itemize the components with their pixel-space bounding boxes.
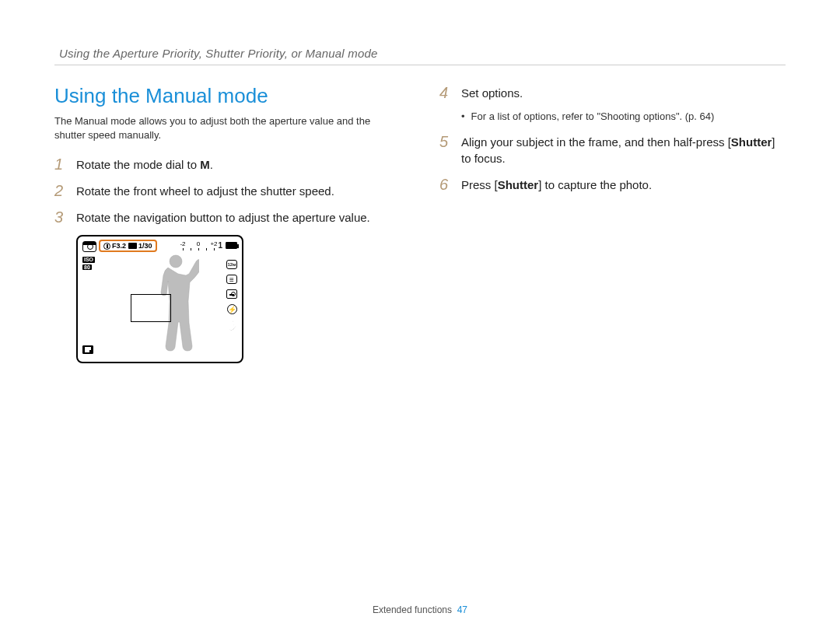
step-6: 6 Press [Shutter] to capture the photo.: [439, 176, 786, 193]
focus-frame: [131, 294, 171, 322]
aperture-value: F3.2: [112, 242, 126, 250]
intro-paragraph: The Manual mode allows you to adjust bot…: [54, 114, 401, 142]
ois-icon: [226, 320, 237, 331]
step-post: ] to capture the photo.: [538, 178, 652, 191]
shutter-label: Shutter: [498, 178, 539, 191]
mode-m-icon: M: [200, 158, 210, 171]
page-footer: Extended functions 47: [0, 604, 840, 615]
right-column: 4 Set options. For a list of options, re…: [439, 84, 786, 363]
step-text: Rotate the navigation button to adjust t…: [76, 208, 401, 226]
left-column: Using the Manual mode The Manual mode al…: [54, 84, 401, 363]
shutter-value: 1/30: [138, 242, 152, 250]
step-number: 1: [54, 156, 68, 173]
battery-icon: [226, 242, 237, 249]
step-text: Rotate the mode dial to M.: [76, 156, 401, 173]
step-1: 1 Rotate the mode dial to M.: [54, 156, 401, 173]
camera-mode-icon: [82, 241, 96, 252]
aperture-icon: [103, 243, 110, 250]
step-text: Rotate the front wheel to adjust the shu…: [76, 182, 401, 199]
top-right-status: 1: [218, 241, 237, 250]
step-3: 3 Rotate the navigation button to adjust…: [54, 208, 401, 226]
footer-section: Extended functions: [373, 604, 452, 615]
step-2: 2 Rotate the front wheel to adjust the s…: [54, 182, 401, 199]
bullet-text: For a list of options, refer to "Shootin…: [471, 110, 715, 122]
iso-label: ISO: [82, 257, 95, 263]
ev-tick: +2: [210, 240, 218, 247]
quality-icon: [226, 275, 237, 284]
section-heading: Using the Manual mode: [54, 84, 401, 108]
ev-tick: -2: [179, 240, 187, 247]
step-number: 6: [439, 176, 453, 193]
svg-point-0: [170, 255, 182, 268]
manual-page: Using the Aperture Priority, Shutter Pri…: [0, 0, 840, 634]
exposure-highlight: F3.2 1/30: [99, 240, 157, 252]
shutter-icon: [128, 243, 137, 249]
step-text: Press [Shutter] to capture the photo.: [461, 176, 786, 193]
storage-icon: [82, 345, 93, 354]
step-number: 4: [439, 84, 453, 101]
step-text: Align your subject in the frame, and the…: [461, 133, 786, 166]
lcd-preview: F3.2 1/30 -2 0 +2 1 ISO: [76, 235, 401, 363]
shutter-label: Shutter: [731, 135, 772, 149]
step-post: .: [210, 158, 213, 171]
step-number: 2: [54, 182, 68, 199]
page-number: 47: [457, 604, 467, 615]
step-text: Set options.: [461, 84, 786, 101]
step-number: 5: [439, 133, 453, 150]
iso-value: 80: [82, 264, 92, 270]
step-4: 4 Set options.: [439, 84, 786, 101]
right-icon-column: [226, 260, 237, 331]
content-columns: Using the Manual mode The Manual mode al…: [54, 84, 786, 363]
image-size-icon: [226, 260, 237, 269]
step-pre: Align your subject in the frame, and the…: [461, 135, 731, 149]
step-4-bullet: For a list of options, refer to "Shootin…: [461, 110, 786, 122]
step-pre: Press [: [461, 178, 498, 191]
step-number: 3: [54, 208, 68, 226]
ev-tick: 0: [194, 240, 202, 247]
step-pre: Rotate the mode dial to: [76, 158, 200, 171]
ev-scale: -2 0 +2: [179, 240, 218, 247]
step-5: 5 Align your subject in the frame, and t…: [439, 133, 786, 166]
breadcrumb: Using the Aperture Priority, Shutter Pri…: [54, 47, 786, 65]
camera-lcd: F3.2 1/30 -2 0 +2 1 ISO: [76, 235, 243, 363]
shots-remaining: 1: [218, 241, 222, 250]
metering-icon: [226, 289, 237, 299]
flash-icon: [227, 304, 237, 314]
